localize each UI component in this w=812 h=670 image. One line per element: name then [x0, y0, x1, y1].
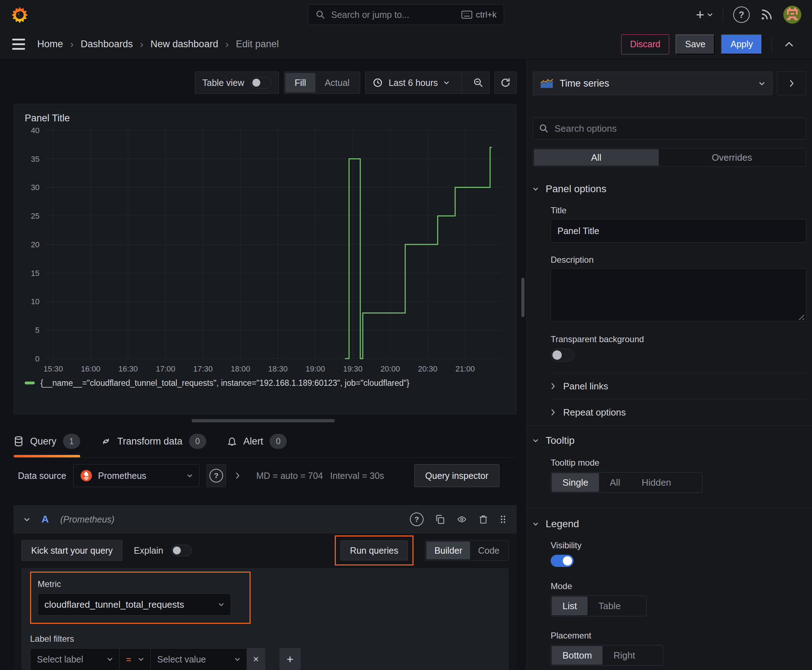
svg-text:20: 20 [31, 240, 39, 249]
panel-title-input[interactable] [551, 219, 806, 243]
time-range-control[interactable]: Last 6 hours [365, 71, 490, 94]
legend-bottom-option[interactable]: Bottom [552, 646, 603, 665]
top-bar: ctrl+k + ? [0, 0, 812, 29]
run-queries-button[interactable]: Run queries [341, 540, 408, 560]
code-option[interactable]: Code [470, 541, 507, 559]
datasource-help-button[interactable]: ? [207, 464, 226, 487]
datasource-name: Prometheus [98, 470, 146, 481]
select-value-placeholder: Select value [157, 654, 206, 665]
legend-placement-label: Placement [551, 631, 806, 641]
save-button[interactable]: Save [676, 34, 715, 54]
legend-placement-segment: Bottom Right [551, 645, 663, 666]
panel-options-header[interactable]: Panel options [533, 183, 806, 195]
tooltip-section-header[interactable]: Tooltip [533, 435, 806, 446]
help-icon[interactable]: ? [733, 7, 750, 23]
select-value-dropdown[interactable]: Select value [150, 648, 247, 670]
metric-select[interactable]: cloudflared_tunnel_total_requests [37, 594, 231, 616]
tab-transform-data[interactable]: Transform data 0 [101, 425, 206, 457]
prometheus-icon [80, 470, 92, 482]
datasource-select[interactable]: Prometheus [73, 464, 199, 487]
remove-filter-button[interactable]: × [247, 648, 265, 670]
chevron-right-icon[interactable] [235, 472, 240, 479]
drag-handle-icon[interactable] [500, 514, 507, 524]
query-inspector-button[interactable]: Query inspector [414, 464, 500, 487]
collapse-options-pane-icon[interactable] [778, 34, 800, 55]
delete-query-trash-icon[interactable] [479, 514, 488, 524]
operator-dropdown[interactable]: = [119, 648, 151, 670]
collapse-chevron-icon[interactable] [24, 517, 30, 522]
explain-toggle[interactable] [171, 545, 192, 556]
hide-query-eye-icon[interactable] [456, 515, 467, 524]
apply-button[interactable]: Apply [721, 34, 762, 54]
breadcrumb-new-dashboard[interactable]: New dashboard [150, 39, 218, 50]
transparent-background-label: Transparent background [551, 334, 806, 344]
zoom-out-icon[interactable] [468, 72, 489, 93]
legend-mode-segment: List Table [551, 596, 647, 616]
breadcrumb-edit-panel: Edit panel [236, 39, 279, 50]
description-field-label: Description [551, 255, 806, 265]
repeat-options-section[interactable]: Repeat options [533, 399, 806, 425]
svg-text:0: 0 [35, 354, 39, 363]
query-row-actions: ? [410, 513, 507, 526]
tab-all[interactable]: All [534, 149, 659, 166]
options-search-box[interactable] [533, 117, 806, 140]
new-menu-button[interactable]: + [696, 7, 713, 22]
chart-legend[interactable]: {__name__="cloudflared_tunnel_total_requ… [22, 375, 509, 391]
panel-description-textarea[interactable] [551, 269, 806, 321]
add-filter-button[interactable]: + [280, 648, 300, 670]
options-search-input[interactable] [554, 123, 800, 135]
menu-toggle-icon[interactable] [12, 39, 25, 50]
chevron-down-icon [234, 657, 240, 662]
select-label-dropdown[interactable]: Select label [30, 648, 120, 670]
tab-overrides[interactable]: Overrides [659, 149, 805, 166]
run-queries-annotation-box: Run queries [335, 535, 414, 565]
tooltip-all-option[interactable]: All [599, 473, 631, 492]
grafana-logo-icon[interactable] [11, 6, 29, 24]
global-search-input[interactable] [331, 9, 456, 20]
left-pane-scrollbar[interactable] [521, 278, 524, 317]
all-overrides-segment: All Overrides [533, 148, 806, 167]
legend-series-label[interactable]: {__name__="cloudflared_tunnel_total_requ… [41, 378, 409, 388]
breadcrumb-home[interactable]: Home [37, 39, 63, 50]
panel-links-section[interactable]: Panel links [533, 373, 806, 399]
top-actions: + ? [696, 6, 801, 24]
tab-alert[interactable]: Alert 0 [227, 425, 287, 457]
tab-query[interactable]: Query 1 [14, 425, 80, 457]
tooltip-single-option[interactable]: Single [552, 473, 599, 492]
select-label-placeholder: Select label [37, 654, 83, 665]
breadcrumb-dashboards[interactable]: Dashboards [81, 39, 133, 50]
tab-transform-label: Transform data [117, 436, 183, 447]
query-editor-body: Kick start your query Explain Run querie… [14, 534, 517, 670]
tooltip-hidden-option[interactable]: Hidden [631, 473, 681, 492]
query-help-icon[interactable]: ? [410, 513, 424, 526]
discard-button[interactable]: Discard [621, 34, 670, 54]
timeseries-chart[interactable]: 051015202530354015:3016:0016:3017:0017:3… [22, 125, 509, 375]
duplicate-query-icon[interactable] [435, 514, 445, 524]
legend-list-option[interactable]: List [552, 597, 588, 615]
refresh-icon[interactable] [495, 71, 517, 94]
transparent-background-toggle[interactable] [551, 349, 574, 362]
visualization-select[interactable]: Time series [533, 71, 773, 95]
breadcrumb: Home › Dashboards › New dashboard › Edit… [37, 39, 279, 50]
legend-visibility-toggle[interactable] [551, 555, 573, 567]
query-row-header[interactable]: A (Prometheus) ? [14, 505, 517, 534]
svg-text:21:00: 21:00 [455, 364, 475, 373]
news-rss-icon[interactable] [760, 8, 773, 22]
actual-option[interactable]: Actual [315, 73, 359, 92]
fill-option[interactable]: Fill [285, 73, 315, 92]
legend-section-header[interactable]: Legend [533, 518, 806, 530]
horizontal-scroll-indicator[interactable] [192, 419, 335, 422]
tab-query-label: Query [30, 436, 57, 447]
table-view-toggle[interactable] [251, 77, 271, 88]
legend-right-option[interactable]: Right [603, 646, 646, 665]
global-search[interactable]: ctrl+k [308, 4, 504, 25]
breadcrumb-separator-icon: › [225, 39, 229, 50]
query-ref-id[interactable]: A [42, 514, 49, 525]
chevron-down-icon [533, 187, 539, 191]
user-avatar[interactable] [783, 6, 801, 24]
legend-table-option[interactable]: Table [588, 597, 631, 615]
main-area: Table view Fill Actual Last 6 hours [0, 59, 812, 670]
builder-option[interactable]: Builder [426, 541, 470, 559]
kick-start-query-button[interactable]: Kick start your query [22, 540, 122, 561]
viz-suggestions-expand-button[interactable] [777, 71, 806, 95]
